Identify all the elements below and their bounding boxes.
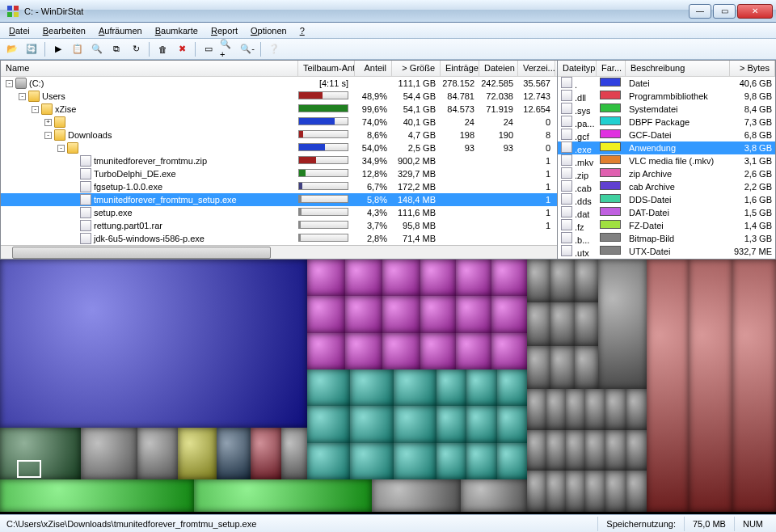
treemap-block[interactable]	[456, 296, 491, 332]
tree-row[interactable]: tmunitedforever_fromtmu_setup.exe5,8%148…	[1, 193, 557, 206]
col-anteil[interactable]: Anteil	[355, 61, 392, 76]
copy-button[interactable]: 📋	[69, 40, 86, 58]
treemap-block[interactable]	[382, 260, 420, 296]
delete-button[interactable]: ✖	[173, 40, 191, 58]
treemap-block[interactable]	[527, 346, 550, 389]
treemap-block[interactable]	[307, 296, 345, 332]
treemap-block[interactable]	[345, 260, 383, 296]
treemap-block[interactable]	[689, 260, 732, 512]
type-row[interactable]: .utxUTX-Datei932,7 ME	[558, 245, 775, 258]
explorer-button[interactable]: 🔍	[88, 40, 106, 58]
type-body[interactable]: .Datei40,6 GB.dllProgrammbibliothek9,8 G…	[558, 77, 775, 259]
col-dateien[interactable]: Dateien	[479, 61, 518, 76]
tree-row[interactable]: -xZise99,6%54,1 GB84.57371.91912.654	[1, 103, 557, 116]
treemap-block[interactable]	[251, 428, 281, 479]
treemap-block[interactable]	[566, 430, 585, 471]
treemap-block[interactable]	[461, 479, 527, 512]
treemap-block[interactable]	[217, 428, 251, 479]
treemap-block[interactable]	[527, 260, 550, 302]
treemap-block[interactable]	[497, 369, 527, 406]
treemap-block[interactable]	[647, 260, 689, 512]
treemap-block[interactable]	[546, 430, 566, 471]
expander-icon[interactable]: -	[19, 93, 26, 100]
treemap-block[interactable]	[527, 471, 546, 512]
treemap-block[interactable]	[585, 389, 605, 430]
tree-row[interactable]: jdk-6u5-windows-i586-p.exe2,8%71,4 MB	[1, 232, 557, 245]
tree-row[interactable]: rettung.part01.rar3,7%95,8 MB1	[1, 219, 557, 232]
menu-datei[interactable]: Datei	[3, 24, 36, 37]
treemap-block[interactable]	[491, 333, 527, 369]
tree-body[interactable]: -(C:)[4:11 s]111,1 GB278.152242.58535.56…	[1, 77, 557, 245]
help-button[interactable]: ❔	[265, 40, 283, 58]
treemap-block[interactable]	[598, 260, 647, 389]
treemap-block[interactable]	[605, 389, 626, 430]
cmd-button[interactable]: ⧉	[108, 40, 125, 58]
menu-help[interactable]: ?	[294, 24, 310, 37]
treemap-block[interactable]	[394, 443, 436, 479]
treemap-block[interactable]	[527, 430, 546, 471]
treemap-block[interactable]	[0, 260, 307, 428]
menu-report[interactable]: Report	[205, 24, 243, 37]
expander-icon[interactable]: -	[57, 145, 65, 152]
type-row[interactable]: .b...Bitmap-Bild1,3 GB	[558, 232, 775, 245]
delete-recycle-button[interactable]: 🗑	[154, 40, 171, 58]
col-groesse[interactable]: > Größe	[392, 61, 441, 76]
zoom-out-button[interactable]: 🔍-	[238, 40, 256, 58]
zoom-in-button[interactable]: 🔍+	[219, 40, 237, 58]
treemap-block[interactable]	[575, 346, 598, 389]
type-row[interactable]: .fzFZ-Datei1,4 GB	[558, 219, 775, 232]
col-color[interactable]: Far...	[597, 61, 626, 76]
menu-aufräumen[interactable]: Aufräumen	[93, 24, 148, 37]
expander-icon[interactable]: -	[6, 80, 13, 87]
tree-hscroll[interactable]	[1, 245, 557, 259]
tree-row[interactable]: setup.exe4,3%111,6 MB1	[1, 206, 557, 219]
treemap-block[interactable]	[546, 389, 566, 430]
treemap-block[interactable]	[585, 471, 605, 512]
treemap-block[interactable]	[436, 406, 466, 442]
treemap-block[interactable]	[605, 471, 626, 512]
treemap-block[interactable]	[420, 333, 456, 369]
tree-row[interactable]: -(C:)[4:11 s]111,1 GB278.152242.58535.56…	[1, 77, 557, 90]
type-row[interactable]: .ddsDDS-Datei1,6 GB	[558, 193, 775, 206]
menu-baumkarte[interactable]: Baumkarte	[150, 24, 204, 37]
expander-icon[interactable]: -	[32, 106, 39, 113]
treemap-block[interactable]	[420, 296, 456, 332]
treemap-block[interactable]	[382, 333, 420, 369]
treemap-block[interactable]	[491, 260, 527, 296]
tree-row[interactable]: -Users48,9%54,4 GB84.78172.03812.743	[1, 90, 557, 103]
treemap-block[interactable]	[732, 260, 776, 512]
type-row[interactable]: .gcfGCF-Datei6,8 GB	[558, 129, 775, 141]
tree-row[interactable]: TurboDelphi_DE.exe12,8%329,7 MB1	[1, 167, 557, 180]
treemap-block[interactable]	[281, 428, 307, 479]
reload-button[interactable]: ↻	[127, 40, 145, 58]
show-treemap-button[interactable]: ▭	[200, 40, 217, 58]
treemap-block[interactable]	[566, 389, 585, 430]
treemap-block[interactable]	[382, 296, 420, 332]
type-row[interactable]: .Datei40,6 GB	[558, 77, 775, 90]
treemap-block[interactable]	[307, 443, 350, 479]
treemap-block[interactable]	[81, 428, 137, 479]
treemap-block[interactable]	[307, 369, 350, 406]
type-row[interactable]: .zipzip Archive2,6 GB	[558, 167, 775, 180]
treemap-block[interactable]	[626, 471, 647, 512]
tree-row[interactable]: +74,0%40,1 GB24240	[1, 116, 557, 129]
type-row[interactable]: .datDAT-Datei1,5 GB	[558, 206, 775, 219]
treemap-block[interactable]	[527, 389, 546, 430]
treemap-block[interactable]	[137, 428, 178, 479]
treemap-block[interactable]	[566, 471, 585, 512]
treemap-block[interactable]	[194, 479, 372, 512]
col-verz[interactable]: Verzei...	[518, 61, 555, 76]
treemap-block[interactable]	[550, 302, 574, 345]
treemap-block[interactable]	[497, 406, 527, 442]
play-button[interactable]: ▶	[49, 40, 67, 58]
treemap-block[interactable]	[605, 430, 626, 471]
treemap-block[interactable]	[466, 443, 496, 479]
treemap-block[interactable]	[0, 479, 194, 512]
treemap-block[interactable]	[546, 471, 566, 512]
treemap-block[interactable]	[575, 260, 598, 302]
minimize-button[interactable]: —	[689, 4, 711, 19]
menu-bearbeiten[interactable]: Bearbeiten	[37, 24, 91, 37]
treemap-block[interactable]	[436, 369, 466, 406]
treemap-block[interactable]	[585, 430, 605, 471]
treemap-block[interactable]	[436, 443, 466, 479]
